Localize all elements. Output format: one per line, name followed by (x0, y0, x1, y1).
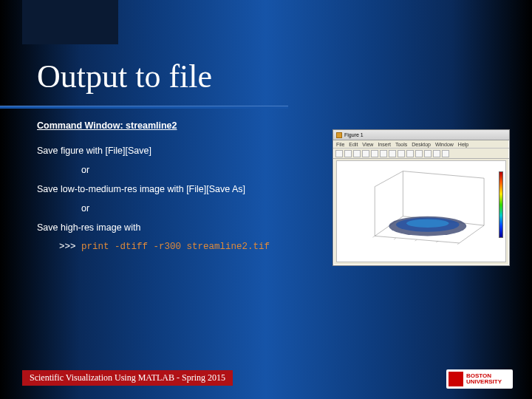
or-divider: or (81, 163, 347, 177)
prompt-prefix: >>> (59, 242, 81, 252)
boston-university-logo: BOSTON UNIVERSITY (446, 369, 513, 389)
menu-view[interactable]: View (362, 142, 373, 147)
toolbar-datacursor-icon[interactable] (406, 150, 414, 157)
window-title: Figure 1 (344, 132, 364, 137)
menu-window[interactable]: Window (435, 142, 454, 147)
plot-area (336, 160, 506, 262)
toolbar-legend-icon[interactable] (442, 150, 449, 157)
instruction-save-as: Save low-to-medium-res image with [File]… (37, 182, 347, 197)
menu-file[interactable]: File (336, 142, 344, 147)
decor-top-block (22, 0, 118, 44)
svg-line-10 (394, 238, 396, 239)
menu-tools[interactable]: Tools (395, 142, 407, 147)
bu-logo-square (449, 372, 463, 386)
matlab-icon (336, 132, 342, 138)
svg-line-5 (403, 171, 484, 179)
menu-bar: File Edit View Insert Tools Desktop Wind… (333, 140, 509, 149)
title-underline (0, 106, 288, 109)
svg-line-4 (375, 171, 403, 187)
toolbar-link-icon[interactable] (424, 150, 432, 157)
toolbar-open-icon[interactable] (344, 150, 352, 157)
matlab-figure-window: Figure 1 File Edit View Insert Tools Des… (332, 129, 510, 266)
toolbar-save-icon[interactable] (353, 150, 361, 157)
menu-edit[interactable]: Edit (349, 142, 358, 147)
svg-line-9 (372, 236, 375, 237)
toolbar-print-icon[interactable] (362, 150, 369, 157)
svg-point-8 (406, 219, 449, 227)
toolbar-brush-icon[interactable] (415, 150, 423, 157)
toolbar-new-icon[interactable] (335, 150, 343, 157)
or-divider: or (81, 201, 347, 216)
bu-logo-line2: UNIVERSITY (466, 379, 502, 385)
slide-content: Command Window: streamline2 Save figure … (37, 118, 347, 254)
window-titlebar: Figure 1 (333, 130, 509, 140)
toolbar-colorbar-icon[interactable] (433, 150, 440, 157)
toolbar-rotate-icon[interactable] (398, 150, 405, 157)
command-prompt: >>> print -dtiff -r300 streamline2.tif (59, 239, 347, 254)
svg-line-11 (415, 239, 417, 241)
slide-title: Output to file (37, 58, 212, 95)
menu-help[interactable]: Help (458, 142, 468, 147)
menu-insert[interactable]: Insert (378, 142, 391, 147)
toolbar-zoom-in-icon[interactable] (371, 150, 378, 157)
menu-desktop[interactable]: Desktop (412, 142, 431, 147)
instruction-high-res: Save high-res image with (37, 220, 347, 235)
footer-bar: Scientific Visualization Using MATLAB - … (22, 370, 233, 386)
toolbar (333, 149, 509, 159)
print-command: print -dtiff -r300 streamline2.tif (81, 242, 270, 252)
command-window-label: Command Window: streamline2 (37, 118, 347, 133)
axes-3d (347, 166, 501, 257)
colorbar (499, 171, 503, 238)
svg-line-13 (457, 243, 460, 245)
toolbar-zoom-out-icon[interactable] (380, 150, 387, 157)
instruction-save-figure: Save figure with [File][Save] (37, 143, 347, 158)
toolbar-pan-icon[interactable] (389, 150, 396, 157)
